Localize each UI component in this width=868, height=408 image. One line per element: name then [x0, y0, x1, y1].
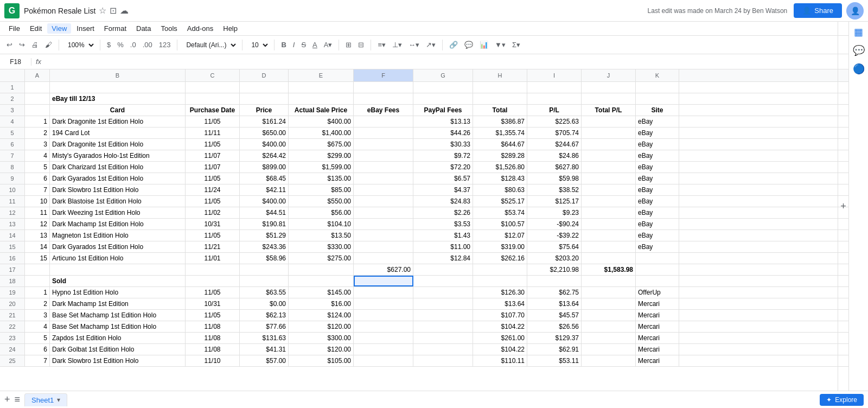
underline-button[interactable]: A [310, 39, 320, 50]
cell-k19[interactable]: OfferUp [636, 287, 679, 298]
cell-f2[interactable] [354, 93, 413, 104]
cell-g8[interactable]: $72.20 [413, 162, 473, 173]
cell-a19[interactable]: 1 [25, 287, 50, 298]
cell-e10[interactable]: $85.00 [289, 184, 354, 195]
cell-g12[interactable]: $2.26 [413, 207, 473, 218]
cell-h22[interactable]: $104.22 [473, 321, 527, 332]
cell-c25[interactable]: 11/10 [186, 355, 240, 366]
cell-d17[interactable] [240, 264, 289, 275]
cell-h2[interactable] [473, 93, 527, 104]
cell-c9[interactable]: 11/05 [186, 173, 240, 184]
cell-h12[interactable]: $53.74 [473, 207, 527, 218]
cell-c17[interactable] [186, 264, 240, 275]
cell-a7[interactable]: 4 [25, 150, 50, 161]
strikethrough-button[interactable]: S [299, 39, 308, 50]
cell-k25[interactable]: Mercari [636, 355, 679, 366]
cell-a1[interactable] [25, 82, 50, 93]
cell-b17[interactable] [50, 264, 186, 275]
cell-h25[interactable]: $110.11 [473, 355, 527, 366]
cell-b15[interactable]: Dark Gyarados 1st Edition Holo [50, 241, 186, 252]
cell-f20[interactable] [354, 298, 413, 309]
cell-b5[interactable]: 194 Card Lot [50, 127, 186, 138]
cell-i23[interactable]: $129.37 [527, 333, 582, 343]
cell-e24[interactable]: $120.00 [289, 344, 354, 355]
italic-button[interactable]: I [291, 39, 297, 50]
cell-b1[interactable] [50, 82, 186, 93]
cell-i21[interactable]: $45.57 [527, 310, 582, 321]
cell-g22[interactable] [413, 321, 473, 332]
cell-e3[interactable]: Actual Sale Price [289, 105, 354, 116]
borders-button[interactable]: ⊞ [343, 39, 354, 50]
cell-h16[interactable]: $262.16 [473, 253, 527, 264]
cell-g7[interactable]: $9.72 [413, 150, 473, 161]
menu-format[interactable]: Format [100, 23, 131, 34]
cell-d10[interactable]: $42.11 [240, 184, 289, 195]
cell-e15[interactable]: $330.00 [289, 241, 354, 252]
cell-j3[interactable]: Total P/L [582, 105, 636, 116]
cell-k6[interactable]: eBay [636, 139, 679, 150]
cell-d11[interactable]: $400.00 [240, 196, 289, 207]
cell-e4[interactable]: $400.00 [289, 116, 354, 127]
cell-k5[interactable]: eBay [636, 127, 679, 138]
cell-j7[interactable] [582, 150, 636, 161]
cell-k9[interactable]: eBay [636, 173, 679, 184]
star-icon[interactable]: ☆ [99, 5, 106, 16]
folder-icon[interactable]: ⊡ [110, 5, 117, 16]
cell-h23[interactable]: $261.00 [473, 333, 527, 343]
cell-g4[interactable]: $13.13 [413, 116, 473, 127]
cell-i18[interactable] [527, 276, 582, 286]
cell-a21[interactable]: 3 [25, 310, 50, 321]
cell-b24[interactable]: Dark Golbat 1st Edition Holo [50, 344, 186, 355]
cell-i24[interactable]: $62.91 [527, 344, 582, 355]
cell-d14[interactable]: $51.29 [240, 230, 289, 241]
cell-a10[interactable]: 7 [25, 184, 50, 195]
cell-a12[interactable]: 11 [25, 207, 50, 218]
cell-g21[interactable] [413, 310, 473, 321]
cell-e14[interactable]: $13.50 [289, 230, 354, 241]
cell-d20[interactable]: $0.00 [240, 298, 289, 309]
cell-a24[interactable]: 6 [25, 344, 50, 355]
cell-b19[interactable]: Hypno 1st Edition Holo [50, 287, 186, 298]
col-header-g[interactable]: G [413, 69, 473, 81]
cell-b2[interactable]: eBay till 12/13 [50, 93, 186, 104]
cell-c18[interactable] [186, 276, 240, 286]
cell-h5[interactable]: $1,355.74 [473, 127, 527, 138]
col-header-a[interactable]: A [25, 69, 50, 81]
cell-d3[interactable]: Price [240, 105, 289, 116]
cell-g10[interactable]: $4.37 [413, 184, 473, 195]
cell-i10[interactable]: $38.52 [527, 184, 582, 195]
cell-j4[interactable] [582, 116, 636, 127]
cell-g18[interactable] [413, 276, 473, 286]
cell-f4[interactable] [354, 116, 413, 127]
cell-c22[interactable]: 11/08 [186, 321, 240, 332]
cell-c13[interactable]: 10/31 [186, 219, 240, 229]
cell-f1[interactable] [354, 82, 413, 93]
cell-e13[interactable]: $104.10 [289, 219, 354, 229]
cell-d23[interactable]: $131.63 [240, 333, 289, 343]
cell-i25[interactable]: $53.11 [527, 355, 582, 366]
cloud-icon[interactable]: ☁ [120, 5, 129, 16]
cell-e19[interactable]: $145.00 [289, 287, 354, 298]
cell-h7[interactable]: $289.28 [473, 150, 527, 161]
sidebar-chat-icon[interactable]: 💬 [853, 44, 865, 56]
formula-input[interactable] [46, 58, 864, 66]
cell-j11[interactable] [582, 196, 636, 207]
cell-j21[interactable] [582, 310, 636, 321]
cell-a18[interactable] [25, 276, 50, 286]
cell-d22[interactable]: $77.66 [240, 321, 289, 332]
cell-d15[interactable]: $243.36 [240, 241, 289, 252]
cell-b14[interactable]: Magneton 1st Edition Holo [50, 230, 186, 241]
cell-d21[interactable]: $62.13 [240, 310, 289, 321]
cell-k22[interactable]: Mercari [636, 321, 679, 332]
cell-f10[interactable] [354, 184, 413, 195]
cell-b18[interactable]: Sold [50, 276, 186, 286]
cell-k16[interactable] [636, 253, 679, 264]
doc-title[interactable]: Pokémon Resale List [24, 7, 95, 15]
cell-d5[interactable]: $650.00 [240, 127, 289, 138]
cell-h4[interactable]: $386.87 [473, 116, 527, 127]
cell-g16[interactable]: $12.84 [413, 253, 473, 264]
bold-button[interactable]: B [279, 39, 288, 50]
cell-g17[interactable] [413, 264, 473, 275]
share-button[interactable]: 👤 Share [794, 3, 842, 18]
rotate-button[interactable]: ↗▾ [424, 39, 438, 50]
